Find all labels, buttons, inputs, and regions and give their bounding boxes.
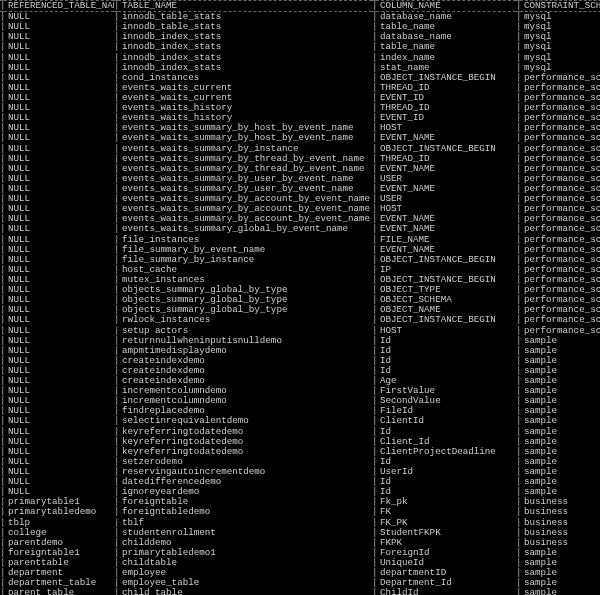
table-row: |NULL|innodb_table_stats|table_name|mysq… (0, 22, 600, 32)
col-referenced-table: REFERENCED_TABLE_NAME (4, 1, 114, 12)
cell-referenced-table: NULL (4, 396, 114, 406)
cell-constraint-schema: sample (520, 578, 600, 588)
cell-referenced-table: NULL (4, 214, 114, 224)
cell-constraint-schema: performance_schema (520, 305, 600, 315)
cell-referenced-table: NULL (4, 467, 114, 477)
cell-referenced-table: NULL (4, 336, 114, 346)
cell-table-name: events_waits_summary_by_account_by_event… (118, 194, 372, 204)
table-row: |NULL|innodb_index_stats|table_name|mysq… (0, 42, 600, 52)
cell-referenced-table: NULL (4, 275, 114, 285)
table-row: |college|studentenrollment|StudentFKPK|b… (0, 528, 600, 538)
cell-table-name: setzerodemo (118, 457, 372, 467)
table-row: |NULL|events_waits_summary_by_account_by… (0, 204, 600, 214)
cell-column-name: database_name (376, 12, 516, 23)
cell-table-name: events_waits_summary_by_account_by_event… (118, 214, 372, 224)
cell-table-name: primarytabledemo1 (118, 548, 372, 558)
cell-column-name: OBJECT_INSTANCE_BEGIN (376, 315, 516, 325)
cell-constraint-schema: performance_schema (520, 326, 600, 336)
table-row: |NULL|objects_summary_global_by_type|OBJ… (0, 285, 600, 295)
cell-table-name: objects_summary_global_by_type (118, 305, 372, 315)
cell-table-name: child_table (118, 588, 372, 595)
cell-column-name: Id (376, 366, 516, 376)
cell-table-name: returnnullwheninputisnulldemo (118, 336, 372, 346)
cell-column-name: Id (376, 487, 516, 497)
cell-column-name: OBJECT_INSTANCE_BEGIN (376, 275, 516, 285)
cell-referenced-table: NULL (4, 477, 114, 487)
cell-table-name: datedifferencedemo (118, 477, 372, 487)
cell-constraint-schema: business (520, 528, 600, 538)
table-row: |NULL|events_waits_summary_by_host_by_ev… (0, 123, 600, 133)
cell-column-name: Id (376, 336, 516, 346)
cell-referenced-table: NULL (4, 376, 114, 386)
cell-table-name: childtable (118, 558, 372, 568)
cell-constraint-schema: performance_schema (520, 235, 600, 245)
cell-column-name: OBJECT_INSTANCE_BEGIN (376, 255, 516, 265)
cell-referenced-table: primarytable1 (4, 497, 114, 507)
table-row: |parenttable|childtable|UniqueId|sample| (0, 558, 600, 568)
cell-referenced-table: NULL (4, 457, 114, 467)
cell-referenced-table: NULL (4, 427, 114, 437)
cell-referenced-table: NULL (4, 154, 114, 164)
cell-constraint-schema: performance_schema (520, 133, 600, 143)
cell-table-name: rwlock_instances (118, 315, 372, 325)
cell-constraint-schema: mysql (520, 53, 600, 63)
cell-table-name: foreigntable (118, 497, 372, 507)
cell-constraint-schema: performance_schema (520, 154, 600, 164)
table-row: |NULL|createindexdemo|Id|sample| (0, 366, 600, 376)
cell-column-name: FKPK (376, 538, 516, 548)
table-row: |NULL|setzerodemo|Id|sample| (0, 457, 600, 467)
cell-referenced-table: NULL (4, 204, 114, 214)
cell-constraint-schema: performance_schema (520, 255, 600, 265)
cell-constraint-schema: sample (520, 416, 600, 426)
cell-constraint-schema: performance_schema (520, 93, 600, 103)
cell-table-name: keyreferringtodatedemo (118, 447, 372, 457)
cell-table-name: keyreferringtodatedemo (118, 427, 372, 437)
table-row: |primarytable1|foreigntable|Fk_pk|busine… (0, 497, 600, 507)
table-row: |NULL|innodb_index_stats|database_name|m… (0, 32, 600, 42)
cell-column-name: Id (376, 356, 516, 366)
cell-table-name: foreigntabledemo (118, 507, 372, 517)
cell-referenced-table: NULL (4, 265, 114, 275)
cell-constraint-schema: sample (520, 386, 600, 396)
cell-table-name: objects_summary_global_by_type (118, 295, 372, 305)
cell-constraint-schema: sample (520, 548, 600, 558)
cell-column-name: SecondValue (376, 396, 516, 406)
cell-referenced-table: NULL (4, 22, 114, 32)
cell-referenced-table: NULL (4, 437, 114, 447)
cell-constraint-schema: business (520, 538, 600, 548)
table-row: |NULL|setup actors|HOST|performance_sche… (0, 326, 600, 336)
table-row: |NULL|ampmtimedisplaydemo|Id|sample| (0, 346, 600, 356)
cell-column-name: StudentFKPK (376, 528, 516, 538)
cell-referenced-table: tblp (4, 518, 114, 528)
cell-column-name: table_name (376, 42, 516, 52)
cell-constraint-schema: sample (520, 467, 600, 477)
cell-column-name: EVENT_ID (376, 113, 516, 123)
cell-referenced-table: parenttable (4, 558, 114, 568)
cell-table-name: events_waits_summary_by_host_by_event_na… (118, 123, 372, 133)
cell-constraint-schema: performance_schema (520, 164, 600, 174)
cell-constraint-schema: performance_schema (520, 144, 600, 154)
cell-table-name: innodb_index_stats (118, 42, 372, 52)
table-row: |parent_table|child_table|ChildId|sample… (0, 588, 600, 595)
cell-referenced-table: NULL (4, 235, 114, 245)
cell-column-name: Id (376, 427, 516, 437)
table-row: |NULL|events_waits_summary_by_account_by… (0, 194, 600, 204)
cell-table-name: events_waits_summary_by_user_by_event_na… (118, 174, 372, 184)
cell-constraint-schema: performance_schema (520, 224, 600, 234)
table-row: |NULL|keyreferringtodatedemo|Client_Id|s… (0, 437, 600, 447)
cell-column-name: EVENT_NAME (376, 224, 516, 234)
table-row: |NULL|events_waits_summary_by_user_by_ev… (0, 174, 600, 184)
table-row: |NULL|createindexdemo|Age|sample| (0, 376, 600, 386)
cell-column-name: FileId (376, 406, 516, 416)
table-row: |NULL|keyreferringtodatedemo|Id|sample| (0, 427, 600, 437)
cell-constraint-schema: performance_schema (520, 265, 600, 275)
cell-referenced-table: primarytabledemo (4, 507, 114, 517)
cell-column-name: EVENT_NAME (376, 245, 516, 255)
cell-table-name: cond_instances (118, 73, 372, 83)
table-row: |NULL|events_waits_summary_by_account_by… (0, 214, 600, 224)
cell-referenced-table: NULL (4, 194, 114, 204)
cell-column-name: HOST (376, 123, 516, 133)
cell-column-name: OBJECT_NAME (376, 305, 516, 315)
cell-table-name: findreplacedemo (118, 406, 372, 416)
cell-table-name: events_waits_summary_by_host_by_event_na… (118, 133, 372, 143)
